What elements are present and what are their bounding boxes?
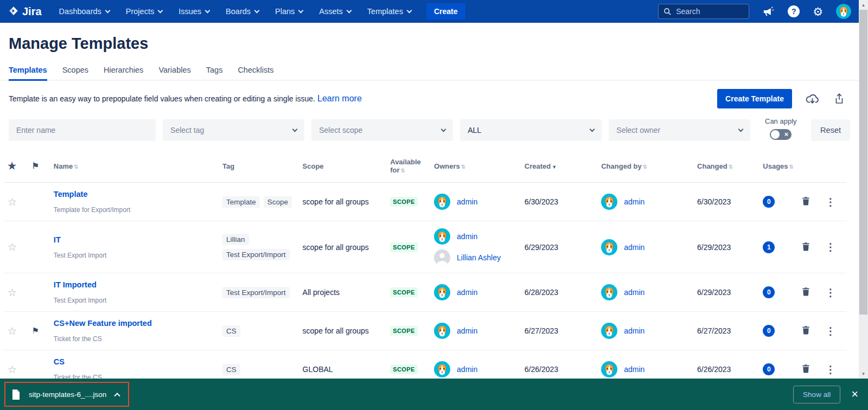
owner-filter-select[interactable]: Select owner: [609, 119, 750, 141]
scroll-up-arrow[interactable]: ▲: [859, 1, 868, 9]
usages-badge[interactable]: 0: [763, 286, 775, 298]
usages-badge[interactable]: 0: [763, 363, 775, 375]
delete-button[interactable]: [801, 287, 810, 296]
template-name-link[interactable]: CS: [54, 357, 65, 366]
delete-button[interactable]: [801, 364, 810, 373]
close-icon[interactable]: ×: [851, 388, 858, 400]
star-column-icon[interactable]: ★: [8, 161, 16, 171]
nav-item-templates[interactable]: Templates: [367, 7, 411, 16]
user-name-link[interactable]: admin: [624, 243, 644, 252]
nav-item-boards[interactable]: Boards: [226, 7, 259, 16]
export-icon[interactable]: [833, 92, 846, 105]
chevron-down-icon: [158, 8, 163, 13]
delete-button[interactable]: [801, 325, 810, 335]
help-icon[interactable]: ?: [788, 5, 800, 17]
template-name-link[interactable]: Template: [54, 190, 88, 198]
user-name-link[interactable]: admin: [624, 365, 644, 374]
tab-templates[interactable]: Templates: [9, 66, 47, 81]
header-changed-by[interactable]: Changed by⇅: [598, 150, 694, 183]
toggle-knob: [771, 130, 780, 139]
search-box[interactable]: [658, 4, 749, 19]
star-icon[interactable]: ☆: [8, 287, 17, 298]
user-name-link[interactable]: admin: [457, 288, 477, 297]
create-button[interactable]: Create: [426, 3, 465, 20]
usages-badge[interactable]: 1: [763, 241, 775, 253]
row-menu-icon[interactable]: ⋮: [825, 325, 835, 337]
nav-item-projects[interactable]: Projects: [126, 7, 162, 16]
user-name-link[interactable]: admin: [457, 232, 477, 241]
nav-item-issues[interactable]: Issues: [178, 7, 209, 16]
flag-column-icon[interactable]: ⚑: [31, 161, 39, 170]
scrollbar-thumb[interactable]: [859, 10, 867, 315]
vertical-scrollbar[interactable]: ▲ ▼: [859, 0, 868, 379]
download-item[interactable]: sitp-templates-6_....json: [4, 382, 129, 407]
star-icon[interactable]: ☆: [8, 196, 17, 208]
header-available-for[interactable]: Available for⇅: [387, 150, 431, 183]
scope-filter-select[interactable]: Select scope: [311, 119, 453, 141]
dog-avatar: [601, 361, 617, 377]
user-name-link[interactable]: admin: [624, 288, 644, 297]
scroll-down-arrow[interactable]: ▼: [859, 369, 868, 378]
chevron-up-icon[interactable]: [114, 393, 120, 399]
nav-item-dashboards[interactable]: Dashboards: [59, 7, 110, 16]
tag-filter-select[interactable]: Select tag: [163, 119, 304, 141]
nav-item-assets[interactable]: Assets: [319, 7, 351, 16]
created-cell: 6/30/2023: [521, 183, 598, 221]
announcements-icon[interactable]: [762, 5, 775, 18]
star-icon[interactable]: ☆: [8, 241, 17, 253]
import-cloud-icon[interactable]: [805, 92, 820, 106]
user-name-link[interactable]: Lillian Ashley: [457, 253, 501, 262]
download-bar-controls: Show all ×: [793, 386, 858, 403]
header-usages[interactable]: Usages⇅: [760, 150, 798, 183]
header-changed[interactable]: Changed⇅: [694, 150, 760, 183]
tab-hierarchies[interactable]: Hierarchies: [104, 66, 143, 81]
usages-badge[interactable]: 0: [763, 196, 775, 208]
can-apply-toggle[interactable]: ×: [770, 129, 792, 140]
user-name-link[interactable]: admin: [624, 197, 644, 206]
header-scope: Scope: [299, 150, 387, 183]
tab-checklists[interactable]: Checklists: [238, 66, 273, 81]
search-input[interactable]: [676, 7, 744, 16]
sort-icon: ⇅: [461, 164, 465, 170]
template-name-link[interactable]: IT: [54, 235, 61, 244]
show-all-button[interactable]: Show all: [793, 386, 840, 403]
jira-logo[interactable]: Jira: [8, 5, 42, 18]
user-name-link[interactable]: admin: [457, 365, 477, 374]
tab-tags[interactable]: Tags: [206, 66, 223, 81]
gear-icon[interactable]: ⚙: [813, 6, 823, 17]
user-name-link[interactable]: admin: [457, 326, 477, 335]
header-created[interactable]: Created▼: [521, 150, 598, 183]
name-filter-input[interactable]: [16, 126, 148, 134]
delete-button[interactable]: [801, 196, 810, 206]
nav-item-label: Assets: [319, 7, 343, 16]
available-for-badge: SCOPE: [390, 287, 418, 297]
row-menu-icon[interactable]: ⋮: [825, 287, 835, 298]
row-menu-icon[interactable]: ⋮: [825, 241, 835, 253]
usages-badge[interactable]: 0: [763, 325, 775, 337]
star-icon[interactable]: ☆: [8, 364, 17, 375]
jira-logo-icon: [8, 5, 20, 17]
template-name-link[interactable]: CS+New Feature imported: [54, 319, 152, 328]
row-menu-icon[interactable]: ⋮: [825, 196, 835, 208]
row-menu-icon[interactable]: ⋮: [825, 364, 835, 375]
changed-by-cell: admin: [601, 323, 691, 339]
user-name-link[interactable]: admin: [624, 326, 644, 335]
tab-scopes[interactable]: Scopes: [62, 66, 88, 81]
user-name-link[interactable]: admin: [457, 197, 477, 206]
header-name[interactable]: Name⇅: [50, 150, 219, 183]
can-apply-label: Can apply: [765, 117, 797, 125]
create-template-button[interactable]: Create Template: [717, 89, 792, 108]
template-name-link[interactable]: IT Imported: [54, 280, 97, 289]
available-for-filter-select[interactable]: ALL: [460, 119, 602, 141]
delete-button[interactable]: [801, 242, 810, 251]
tab-variables[interactable]: Variables: [158, 66, 190, 81]
reset-button[interactable]: Reset: [811, 119, 850, 141]
header-owners[interactable]: Owners⇅: [431, 150, 521, 183]
star-icon[interactable]: ☆: [8, 325, 17, 337]
name-filter: [9, 119, 156, 141]
search-icon: [663, 8, 672, 16]
learn-more-link[interactable]: Learn more: [317, 94, 362, 104]
tag-pill: Scope: [264, 196, 292, 208]
nav-item-plans[interactable]: Plans: [275, 7, 303, 16]
user-avatar[interactable]: [836, 4, 851, 19]
